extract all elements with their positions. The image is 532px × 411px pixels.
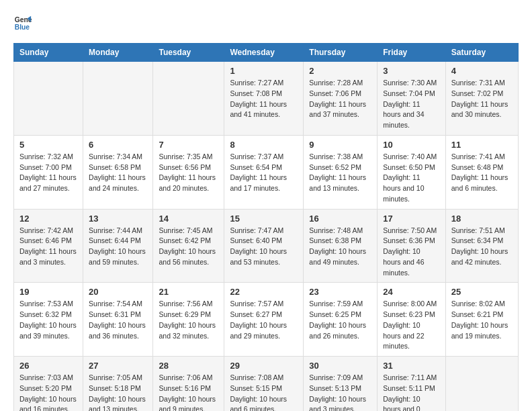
sunrise: Sunrise: 7:56 AM [159, 300, 212, 308]
daylight: Daylight: 10 hours and 26 minutes. [309, 321, 366, 340]
calendar-cell: 8Sunrise: 7:37 AMSunset: 6:54 PMDaylight… [224, 135, 304, 209]
sunset: Sunset: 6:38 PM [309, 236, 361, 244]
calendar-cell: 14Sunrise: 7:45 AMSunset: 6:42 PMDayligh… [153, 209, 224, 283]
day-header-thursday: Thursday [304, 44, 378, 62]
calendar-cell: 24Sunrise: 8:00 AMSunset: 6:23 PMDayligh… [378, 283, 446, 357]
day-number: 2 [309, 66, 371, 76]
calendar-cell: 20Sunrise: 7:54 AMSunset: 6:31 PMDayligh… [83, 283, 153, 357]
day-info: Sunrise: 7:34 AMSunset: 6:58 PMDaylight:… [89, 152, 147, 194]
daylight: Daylight: 11 hours and 17 minutes. [230, 173, 287, 192]
calendar-cell [83, 62, 153, 136]
calendar-cell [14, 62, 83, 136]
day-number: 5 [19, 140, 77, 150]
daylight: Daylight: 10 hours and 3 minutes. [309, 395, 366, 412]
day-number: 25 [451, 287, 513, 297]
sunrise: Sunrise: 7:57 AM [230, 300, 283, 308]
sunrise: Sunrise: 7:09 AM [309, 373, 363, 381]
calendar-cell: 10Sunrise: 7:40 AMSunset: 6:50 PMDayligh… [378, 135, 446, 209]
calendar-cell: 19Sunrise: 7:53 AMSunset: 6:32 PMDayligh… [14, 283, 83, 357]
calendar-cell: 23Sunrise: 7:59 AMSunset: 6:25 PMDayligh… [304, 283, 378, 357]
daylight: Daylight: 11 hours and 24 minutes. [89, 173, 146, 192]
daylight: Daylight: 10 hours and 19 minutes. [451, 321, 508, 340]
daylight: Daylight: 10 hours and 42 minutes. [451, 247, 508, 266]
sunset: Sunset: 5:20 PM [19, 384, 72, 392]
sunset: Sunset: 6:58 PM [89, 163, 141, 171]
day-info: Sunrise: 7:28 AMSunset: 7:06 PMDaylight:… [309, 78, 371, 120]
sunset: Sunset: 6:27 PM [230, 310, 282, 318]
calendar-cell: 2Sunrise: 7:28 AMSunset: 7:06 PMDaylight… [304, 62, 378, 136]
day-number: 3 [383, 66, 440, 76]
calendar-cell: 18Sunrise: 7:51 AMSunset: 6:34 PMDayligh… [445, 209, 518, 283]
day-info: Sunrise: 7:51 AMSunset: 6:34 PMDaylight:… [451, 226, 513, 268]
calendar-cell: 12Sunrise: 7:42 AMSunset: 6:46 PMDayligh… [14, 209, 83, 283]
sunset: Sunset: 6:44 PM [89, 236, 141, 244]
day-number: 18 [451, 214, 513, 224]
sunrise: Sunrise: 7:27 AM [230, 79, 283, 87]
sunset: Sunset: 6:31 PM [89, 310, 141, 318]
day-number: 1 [230, 66, 298, 76]
sunset: Sunset: 6:42 PM [159, 236, 211, 244]
calendar-cell: 15Sunrise: 7:47 AMSunset: 6:40 PMDayligh… [224, 209, 304, 283]
day-number: 30 [309, 361, 371, 371]
week-row-3: 12Sunrise: 7:42 AMSunset: 6:46 PMDayligh… [14, 209, 519, 283]
calendar-cell: 26Sunrise: 7:03 AMSunset: 5:20 PMDayligh… [14, 357, 83, 412]
calendar-cell: 4Sunrise: 7:31 AMSunset: 7:02 PMDaylight… [445, 62, 518, 136]
day-number: 11 [451, 140, 513, 150]
sunrise: Sunrise: 8:00 AM [383, 300, 437, 308]
day-info: Sunrise: 7:35 AMSunset: 6:56 PMDaylight:… [159, 152, 218, 194]
daylight: Daylight: 11 hours and 10 minutes. [383, 173, 424, 203]
daylight: Daylight: 10 hours and 13 minutes. [89, 395, 146, 412]
sunrise: Sunrise: 7:44 AM [89, 226, 142, 234]
daylight: Daylight: 10 hours and 16 minutes. [19, 395, 77, 412]
calendar-cell: 1Sunrise: 7:27 AMSunset: 7:08 PMDaylight… [224, 62, 304, 136]
day-header-friday: Friday [378, 44, 446, 62]
sunrise: Sunrise: 7:05 AM [89, 373, 142, 381]
sunrise: Sunrise: 7:31 AM [451, 79, 505, 87]
sunset: Sunset: 6:29 PM [159, 310, 211, 318]
calendar-cell: 3Sunrise: 7:30 AMSunset: 7:04 PMDaylight… [378, 62, 446, 136]
day-info: Sunrise: 7:50 AMSunset: 6:36 PMDaylight:… [383, 226, 440, 279]
header-row: SundayMondayTuesdayWednesdayThursdayFrid… [14, 44, 519, 62]
day-header-tuesday: Tuesday [153, 44, 224, 62]
sunset: Sunset: 6:36 PM [383, 236, 435, 244]
sunset: Sunset: 7:00 PM [19, 163, 72, 171]
day-number: 16 [309, 214, 371, 224]
day-number: 29 [230, 361, 298, 371]
day-number: 31 [383, 361, 440, 371]
daylight: Daylight: 10 hours and 36 minutes. [89, 321, 146, 340]
page-header: General Blue [13, 13, 519, 32]
sunset: Sunset: 6:52 PM [309, 163, 361, 171]
daylight: Daylight: 11 hours and 34 minutes. [383, 100, 424, 130]
sunrise: Sunrise: 8:02 AM [451, 300, 505, 308]
day-info: Sunrise: 7:57 AMSunset: 6:27 PMDaylight:… [230, 299, 298, 341]
day-info: Sunrise: 7:45 AMSunset: 6:42 PMDaylight:… [159, 226, 218, 268]
calendar-cell: 9Sunrise: 7:38 AMSunset: 6:52 PMDaylight… [304, 135, 378, 209]
calendar-cell: 13Sunrise: 7:44 AMSunset: 6:44 PMDayligh… [83, 209, 153, 283]
sunset: Sunset: 5:16 PM [159, 384, 211, 392]
week-row-5: 26Sunrise: 7:03 AMSunset: 5:20 PMDayligh… [14, 357, 519, 412]
day-info: Sunrise: 7:53 AMSunset: 6:32 PMDaylight:… [19, 299, 77, 341]
sunrise: Sunrise: 7:40 AM [383, 152, 437, 161]
day-info: Sunrise: 7:44 AMSunset: 6:44 PMDaylight:… [89, 226, 147, 268]
day-info: Sunrise: 7:31 AMSunset: 7:02 PMDaylight:… [451, 78, 513, 120]
day-info: Sunrise: 7:11 AMSunset: 5:11 PMDaylight:… [383, 373, 440, 411]
sunset: Sunset: 7:02 PM [451, 89, 504, 97]
day-info: Sunrise: 7:27 AMSunset: 7:08 PMDaylight:… [230, 78, 298, 120]
calendar-cell: 28Sunrise: 7:06 AMSunset: 5:16 PMDayligh… [153, 357, 224, 412]
week-row-2: 5Sunrise: 7:32 AMSunset: 7:00 PMDaylight… [14, 135, 519, 209]
day-info: Sunrise: 7:30 AMSunset: 7:04 PMDaylight:… [383, 78, 440, 131]
day-number: 17 [383, 214, 440, 224]
sunset: Sunset: 6:40 PM [230, 236, 282, 244]
daylight: Daylight: 11 hours and 20 minutes. [159, 173, 216, 192]
day-number: 23 [309, 287, 371, 297]
day-info: Sunrise: 7:54 AMSunset: 6:31 PMDaylight:… [89, 299, 147, 341]
daylight: Daylight: 10 hours and 22 minutes. [383, 321, 424, 351]
sunset: Sunset: 6:56 PM [159, 163, 211, 171]
day-number: 10 [383, 140, 440, 150]
daylight: Daylight: 11 hours and 30 minutes. [451, 100, 508, 119]
day-number: 19 [19, 287, 77, 297]
daylight: Daylight: 10 hours and 56 minutes. [159, 247, 216, 266]
daylight: Daylight: 11 hours and 6 minutes. [451, 173, 508, 192]
sunrise: Sunrise: 7:37 AM [230, 152, 283, 161]
calendar-cell [445, 357, 518, 412]
